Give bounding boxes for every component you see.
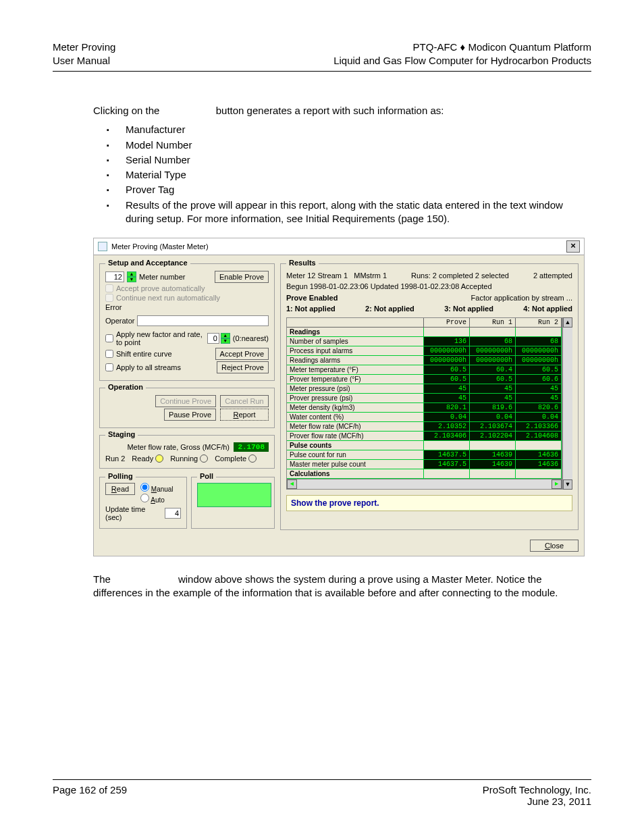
polling-auto-radio[interactable]: AutoAuto	[140, 494, 173, 504]
point-input[interactable]	[207, 333, 219, 344]
grid-cell: 2.104608	[516, 432, 562, 440]
close-button[interactable]: ×	[566, 240, 580, 253]
staging-group: Staging Meter flow rate, Gross (MCF/h) 2…	[99, 435, 275, 469]
horizontal-scrollbar[interactable]: ◄ ►	[287, 479, 562, 489]
cancel-run-button[interactable]: Cancel Run	[220, 395, 269, 407]
continue-prove-button[interactable]: Continue Prove	[155, 395, 216, 407]
dialog-titlebar: Meter Proving (Master Meter) ×	[94, 238, 584, 255]
grid-header-run1: Run 1	[470, 318, 516, 327]
header-doc-type: User Manual	[53, 54, 115, 68]
grid-cell: 14637.5	[424, 450, 470, 459]
results-attempted: 2 attempted	[533, 271, 572, 280]
error-label: Error	[105, 303, 122, 311]
grid-cell: 00000000h	[424, 356, 470, 365]
meter-flow-label: Meter flow rate, Gross (MCF/h)	[127, 443, 230, 451]
update-time-input[interactable]	[165, 508, 181, 519]
grid-cell: 0.04	[516, 413, 562, 421]
grid-cell: 14637.5	[424, 460, 470, 469]
results-grid: ReadingsNumber of samples1366868Process …	[287, 328, 562, 479]
enable-prove-button[interactable]: Enable Prove	[215, 271, 269, 283]
poll-led-indicator	[197, 483, 271, 507]
grid-cell: 45	[424, 384, 470, 393]
grid-cell: 00000000h	[516, 356, 562, 365]
grid-cell: 60.5	[424, 365, 470, 374]
operator-input[interactable]	[137, 315, 269, 326]
intro-para-b: button generates a report with such info…	[216, 105, 444, 116]
app-icon	[98, 242, 107, 251]
grid-row-label: Prover temperature (°F)	[287, 375, 424, 384]
grid-row: Pulse count for run14637.51463914636	[287, 450, 562, 460]
grid-cell: 819.6	[470, 403, 516, 412]
operator-label: Operator	[105, 317, 134, 325]
grid-cell: 68	[516, 337, 562, 346]
polling-group: Polling ReadRead ManualManual AutoAuto U…	[99, 477, 187, 529]
close-dialog-button[interactable]: CloseClose	[530, 540, 579, 552]
staging-legend: Staging	[105, 430, 138, 438]
grid-cell: 14639	[470, 460, 516, 469]
grid-row: Readings alarms00000000h00000000h0000000…	[287, 356, 562, 365]
apply-all-checkbox[interactable]: Apply to all streams	[105, 363, 181, 371]
scroll-left-icon[interactable]: ◄	[287, 479, 297, 489]
reject-prove-button[interactable]: Reject Prove	[217, 361, 269, 373]
read-button[interactable]: ReadRead	[105, 483, 135, 495]
grid-row: Prover flow rate (MCF/h)2.1034062.102204…	[287, 432, 562, 441]
polling-manual-radio[interactable]: ManualManual	[140, 483, 173, 493]
grid-header-run2: Run 2	[516, 318, 562, 327]
running-led-icon	[200, 454, 208, 463]
grid-row-label: Prover flow rate (MCF/h)	[287, 432, 424, 440]
grid-row: Meter temperature (°F)60.560.460.5	[287, 365, 562, 375]
grid-cell: 60.6	[516, 375, 562, 384]
grid-cell: 2.103406	[424, 432, 470, 440]
run-label: Run 2	[105, 454, 125, 463]
grid-cell: 820.6	[516, 403, 562, 412]
grid-cell: 14636	[516, 460, 562, 469]
app-status-4: 4: Not applied	[523, 304, 572, 313]
vertical-scrollbar[interactable]: ▲ ▼	[562, 317, 572, 490]
results-meter: Meter 12 Stream 1	[286, 271, 348, 280]
update-time-label: Update time (sec)	[105, 505, 162, 521]
shift-curve-checkbox[interactable]: Shift entire curve	[105, 350, 172, 358]
meter-number-label: Meter number	[139, 273, 185, 281]
polling-legend: Polling	[105, 472, 136, 480]
intro-para: Clicking on the button generates a repor…	[93, 104, 585, 118]
ready-led-icon	[155, 454, 163, 463]
scroll-up-icon[interactable]: ▲	[563, 317, 572, 328]
running-label: Running	[170, 454, 198, 463]
grid-row: Process input alarms00000000h00000000h00…	[287, 346, 562, 356]
show-report-link[interactable]: Show the prove report.	[286, 495, 572, 511]
grid-section: Readings	[287, 328, 424, 336]
grid-cell: 2.103674	[470, 422, 516, 431]
pause-prove-button[interactable]: Pause Prove	[164, 409, 216, 421]
scroll-down-icon[interactable]: ▼	[563, 479, 572, 490]
accept-auto-checkbox[interactable]: Accept prove automatically	[105, 284, 205, 292]
grid-cell: 45	[470, 384, 516, 393]
apply-factor-checkbox[interactable]: Apply new factor and rate, to point	[105, 330, 205, 346]
header-section: Meter Proving	[53, 41, 115, 54]
grid-row: Meter flow rate (MCF/h)2.103522.1036742.…	[287, 422, 562, 432]
intro-para-a: Clicking on the	[93, 105, 159, 116]
grid-cell: 14639	[470, 450, 516, 459]
meter-number-input[interactable]	[105, 271, 124, 282]
app-status-3: 3: Not applied	[444, 304, 493, 313]
scroll-right-icon[interactable]: ►	[552, 479, 562, 489]
grid-row: Prover pressure (psi)454545	[287, 394, 562, 403]
grid-row: Meter density (kg/m3)820.1819.6820.6	[287, 403, 562, 413]
report-button[interactable]: RReporteport	[220, 409, 269, 421]
grid-cell: 45	[516, 384, 562, 393]
grid-cell: 136	[424, 337, 470, 346]
footer-company: ProSoft Technology, Inc.	[483, 784, 591, 796]
grid-cell: 60.5	[470, 375, 516, 384]
operation-group: Operation Continue Prove Cancel Run Paus…	[99, 388, 275, 428]
grid-row-label: Meter pressure (psi)	[287, 384, 424, 393]
grid-row: Number of samples1366868	[287, 337, 562, 346]
point-spinner[interactable]: ▲▼	[221, 333, 230, 344]
meter-flow-value: 2.1708	[234, 442, 269, 452]
grid-row: Meter pressure (psi)454545	[287, 384, 562, 394]
grid-cell: 60.5	[516, 365, 562, 374]
meter-number-spinner[interactable]: ▲▼	[127, 271, 136, 282]
continue-auto-checkbox[interactable]: Continue next run automatically	[105, 294, 220, 302]
bullet-item: Results of the prove will appear in this…	[107, 199, 585, 226]
accept-prove-button[interactable]: Accept Prove	[215, 348, 269, 360]
grid-cell: 0.04	[424, 413, 470, 421]
setup-group: Setup and Acceptance ▲▼ Meter number Ena…	[99, 263, 275, 381]
